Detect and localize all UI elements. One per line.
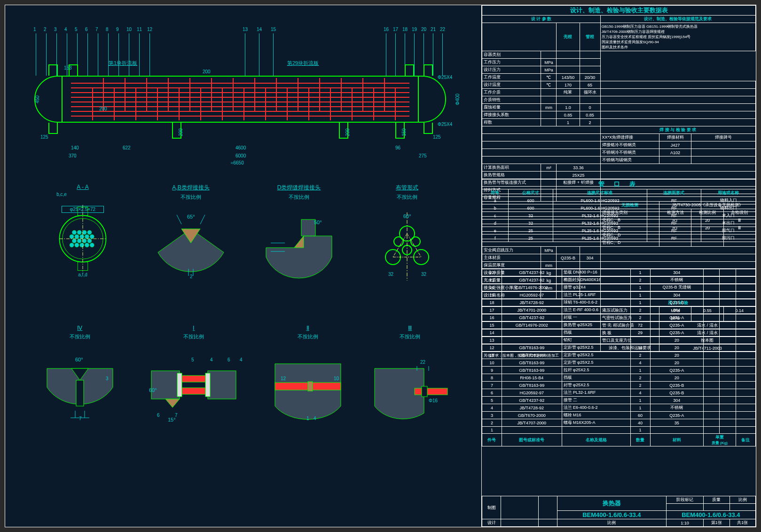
dim-right-ext: 275: [419, 153, 427, 158]
tb-ratio: 比例: [730, 496, 755, 504]
svg-rect-53: [415, 388, 447, 395]
leader-10: 10: [129, 33, 129, 76]
baffle: [211, 78, 212, 111]
baffle-29-label: 第29块折流板: [287, 60, 319, 67]
detail-iv-angle: 60°: [75, 357, 83, 362]
svg-point-4: [72, 230, 77, 235]
dim-150: 150: [401, 128, 407, 136]
detail-row-1: A - A φ25×2.5×72: [29, 184, 461, 306]
svg-point-5: [77, 230, 81, 235]
col-tube: 管程: [580, 23, 600, 51]
baffle: [373, 87, 374, 120]
svg-point-15: [82, 239, 86, 243]
dim-shell-len: 6000: [235, 153, 246, 158]
tb-scale-lbl: 比例: [557, 519, 667, 527]
svg-point-12: [90, 235, 94, 239]
svg-rect-48: [180, 388, 208, 394]
detail-row-2: Ⅳ 不按比例 60° 3 7 Ⅰ 不按比例: [29, 325, 461, 447]
svg-point-10: [80, 235, 84, 239]
weld-d-sub: 不按比例: [250, 194, 348, 201]
svg-rect-50: [205, 373, 210, 397]
weld-d-title: D类焊缝焊接接头: [250, 184, 348, 192]
svg-rect-52: [308, 382, 313, 391]
baffle: [384, 78, 385, 111]
svg-rect-54: [422, 386, 427, 397]
svg-point-7: [87, 230, 92, 235]
weld-ab-title: A,B类焊接接头: [141, 184, 240, 192]
svg-point-8: [70, 235, 74, 239]
baffle: [125, 78, 126, 111]
baffle: [298, 78, 298, 111]
detail-i-title: Ⅰ: [133, 325, 255, 331]
model-right: BEM400-1.6/0.6-33.4: [666, 511, 755, 519]
detail-iv: Ⅳ 不按比例 60° 3 7: [31, 325, 129, 431]
leader-7: 7: [98, 33, 98, 76]
nozzle-tbl-title: 管 口 表: [482, 180, 756, 189]
dim-125a: 125: [40, 134, 48, 140]
svg-point-20: [85, 243, 89, 247]
svg-point-13: [72, 239, 77, 243]
weld-req-hdr: 焊 接 与 检 验 要 求: [600, 126, 755, 134]
detail-ii: Ⅱ 不按比例 12 10 1 4: [259, 325, 357, 431]
data-sidebar: 设计、制造、检验与验收主要数据表 设 计 参 数 设计、制造、检验等依据规范及要…: [481, 5, 756, 527]
section-a-a: A - A φ25×2.5×72: [33, 184, 132, 296]
svg-point-9: [75, 235, 79, 239]
detail-i-d5: 6: [228, 357, 230, 362]
dim-25x4b: Φ25X4: [438, 122, 452, 127]
detail-i-d2: 7: [175, 413, 178, 418]
dim-25x4a: Φ25X4: [438, 75, 452, 80]
tube-line: [71, 92, 409, 93]
detail-ii-d4: 4: [314, 416, 316, 421]
tb-stage: 阶段标记: [666, 496, 703, 504]
detail-i: Ⅰ 不按比例 60° 15° 6 7 5 4 6 4: [133, 325, 255, 431]
svg-point-11: [85, 235, 89, 239]
nozzle-bot-left: [48, 123, 58, 134]
baffle: [146, 78, 147, 111]
nozzle-top-right: [405, 64, 414, 76]
tube-layout-p2: 32: [421, 272, 427, 277]
tube-line: [71, 111, 409, 112]
tb-role-0: 制图: [482, 496, 501, 519]
detail-i-d1: 6: [157, 413, 160, 418]
detail-iii-d1: 22: [420, 360, 426, 365]
dim-left-ext: 370: [69, 153, 77, 158]
dp-hdr-left: 设 计 参 数: [482, 16, 601, 23]
detail-i-d3: 5: [191, 357, 194, 362]
tb-total: 共1张: [730, 519, 755, 527]
detail-ii-d3: 1: [306, 416, 309, 421]
detail-i-d4: 4: [210, 357, 213, 362]
detail-iv-title: Ⅳ: [31, 325, 129, 331]
baffle: [254, 78, 255, 111]
tube-line: [71, 87, 409, 88]
svg-point-35: [394, 237, 403, 246]
baffle: [352, 87, 353, 120]
leader-15: 15: [273, 33, 274, 76]
leader-13: 13: [245, 33, 245, 76]
dim-450: 450: [35, 95, 40, 103]
baffle: [308, 87, 309, 120]
baffle: [341, 78, 342, 111]
svg-point-21: [90, 243, 94, 247]
tube-line: [71, 83, 409, 84]
detail-i-angle: 60°: [149, 387, 157, 393]
tube-layout-detail: 布管形式 不按比例 60° 32: [358, 184, 456, 292]
baffle: [189, 78, 190, 111]
baffle-1-label: 第1块折流板: [109, 60, 137, 67]
tb-mass: 质量: [704, 496, 730, 504]
svg-rect-46: [208, 371, 236, 399]
dim-200a: 200: [178, 128, 183, 136]
leader-21: 21: [433, 33, 433, 76]
dim-od: Φ400: [455, 94, 460, 105]
svg-rect-28: [301, 219, 315, 236]
svg-point-14: [77, 239, 81, 243]
leader-1: 1: [36, 33, 36, 76]
tube-line: [71, 116, 409, 117]
marks-bot: a,f,d: [33, 272, 132, 277]
leader-9: 9: [118, 33, 119, 76]
weld-detail-d: D类焊缝焊接接头 不按比例 50°: [250, 184, 348, 292]
dp-hdr-right: 设计、制造、检验等依据规范及要求: [600, 16, 755, 23]
dim-overall: ≈6650: [231, 160, 244, 165]
leader-6: 6: [87, 33, 88, 76]
dim-153: 153: [64, 65, 72, 70]
tube-layout-sub: 不按比例: [358, 194, 456, 201]
